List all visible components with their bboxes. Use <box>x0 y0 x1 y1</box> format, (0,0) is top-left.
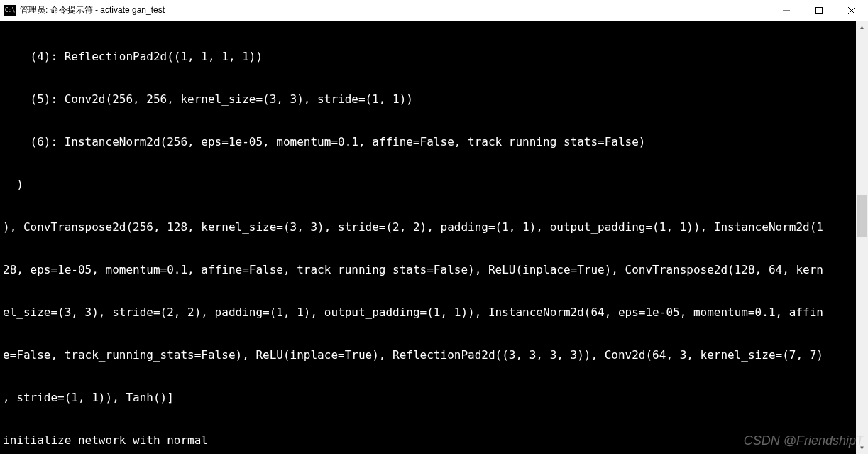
close-button[interactable] <box>835 0 868 21</box>
terminal-line: 28, eps=1e-05, momentum=0.1, affine=Fals… <box>3 263 865 277</box>
minimize-icon <box>783 7 790 14</box>
svg-rect-1 <box>816 7 823 13</box>
terminal-line: (6): InstanceNorm2d(256, eps=1e-05, mome… <box>3 135 865 149</box>
scroll-up-arrow[interactable]: ▲ <box>856 21 868 33</box>
terminal-line: el_size=(3, 3), stride=(2, 2), padding=(… <box>3 306 865 320</box>
terminal-line: ) <box>3 178 865 192</box>
close-icon <box>848 7 855 14</box>
terminal-line: , stride=(1, 1)), Tanh()] <box>3 391 865 405</box>
terminal-line: e=False, track_running_stats=False), ReL… <box>3 348 865 362</box>
terminal-line: (5): Conv2d(256, 256, kernel_size=(3, 3)… <box>3 92 865 107</box>
terminal-line: ), ConvTranspose2d(256, 128, kernel_size… <box>3 220 865 234</box>
minimize-button[interactable] <box>770 0 803 21</box>
scroll-down-arrow[interactable]: ▼ <box>856 442 868 454</box>
title-bar: C:\ 管理员: 命令提示符 - activate gan_test <box>0 0 868 21</box>
terminal-line: (4): ReflectionPad2d((1, 1, 1, 1)) <box>3 50 865 64</box>
scrollbar[interactable]: ▲ ▼ <box>856 21 868 454</box>
terminal-line: initialize network with normal <box>3 433 865 448</box>
window-title: 管理员: 命令提示符 - activate gan_test <box>20 4 770 16</box>
terminal-output[interactable]: (4): ReflectionPad2d((1, 1, 1, 1)) (5): … <box>0 21 868 454</box>
maximize-button[interactable] <box>803 0 835 21</box>
window-controls <box>770 0 868 21</box>
cmd-icon: C:\ <box>4 5 16 16</box>
maximize-icon <box>815 7 823 14</box>
scroll-thumb[interactable] <box>857 195 867 237</box>
